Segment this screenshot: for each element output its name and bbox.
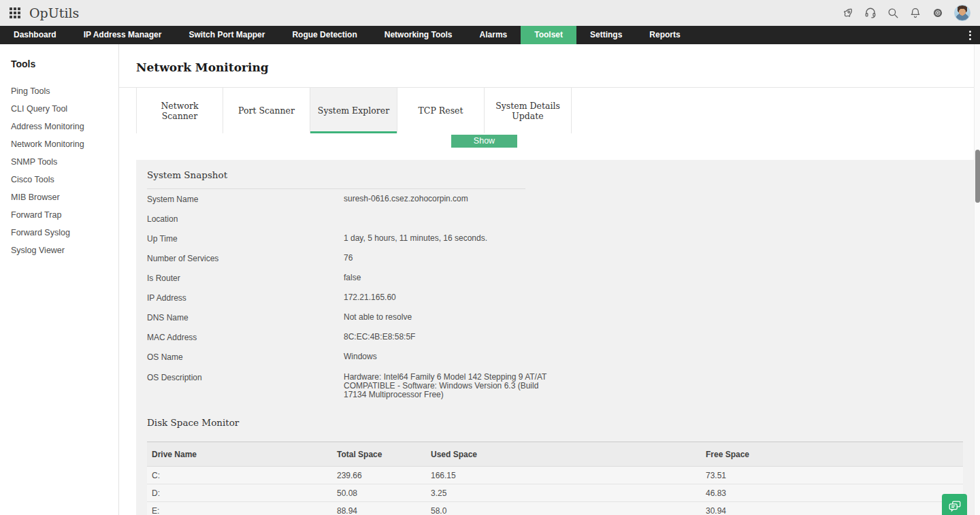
nav-item-switch-port-mapper[interactable]: Switch Port Mapper — [175, 26, 278, 44]
cell-free-space: 46.83 — [706, 488, 963, 498]
field-value: 1 day, 5 hours, 11 minutes, 16 seconds. — [344, 234, 487, 243]
results-panel: System Snapshot System Name suresh-0616.… — [136, 160, 974, 515]
field-value: 76 — [344, 254, 353, 263]
vertical-scrollbar-track[interactable] — [974, 44, 980, 515]
field-value: 172.21.165.60 — [344, 293, 396, 302]
nav-item-toolset[interactable]: Toolset — [521, 26, 576, 44]
snapshot-row-system-name: System Name suresh-0616.csez.zohocorpin.… — [147, 189, 963, 209]
snapshot-row-is-router: Is Router false — [147, 268, 963, 288]
cell-drive-name: E: — [147, 506, 337, 515]
field-label: Up Time — [147, 234, 344, 244]
feedback-chat-button[interactable] — [942, 494, 967, 515]
gear-icon[interactable] — [932, 7, 944, 19]
tab-system-details-update[interactable]: System Details Update — [485, 88, 572, 133]
sidebar-item-cli-query-tool[interactable]: CLI Query Tool — [11, 105, 118, 114]
field-value: 8C:EC:4B:E8:58:5F — [344, 333, 415, 342]
search-icon[interactable] — [887, 7, 899, 19]
cell-used-space: 166.15 — [431, 471, 706, 480]
tab-tcp-reset[interactable]: TCP Reset — [397, 88, 485, 133]
app-title: OpUtils — [29, 5, 79, 20]
bell-icon[interactable] — [909, 7, 921, 19]
field-value: Windows — [344, 352, 377, 361]
tab-system-explorer[interactable]: System Explorer — [310, 88, 397, 133]
cell-used-space: 3.25 — [431, 488, 706, 498]
rocket-icon[interactable] — [839, 4, 856, 21]
field-value: Not able to resolve — [344, 313, 412, 322]
system-snapshot-title: System Snapshot — [147, 164, 963, 188]
nav-item-reports[interactable]: Reports — [636, 26, 693, 44]
field-value: Hardware: Intel64 Family 6 Model 142 Ste… — [344, 373, 548, 399]
tab-network-scanner[interactable]: Network Scanner — [136, 88, 223, 133]
vertical-scrollbar-thumb[interactable] — [975, 150, 980, 203]
sidebar-title: Tools — [11, 59, 118, 69]
disk-space-table: Drive Name Total Space Used Space Free S… — [147, 442, 963, 515]
cell-total-space: 88.94 — [337, 506, 431, 515]
app-header: OpUtils — [0, 0, 980, 26]
show-row: Show — [119, 135, 980, 161]
sidebar-item-cisco-tools[interactable]: Cisco Tools — [11, 176, 118, 184]
cell-drive-name: C: — [147, 471, 337, 480]
nav-item-networking-tools[interactable]: Networking Tools — [371, 26, 466, 44]
snapshot-row-mac-address: MAC Address 8C:EC:4B:E8:58:5F — [147, 327, 963, 347]
snapshot-row-os-name: OS Name Windows — [147, 347, 963, 367]
nav-item-settings[interactable]: Settings — [576, 26, 636, 44]
sidebar-item-network-monitoring[interactable]: Network Monitoring — [11, 140, 118, 149]
nav-item-dashboard[interactable]: Dashboard — [0, 26, 70, 44]
sidebar-item-forward-trap[interactable]: Forward Trap — [11, 211, 118, 220]
snapshot-row-dns-name: DNS Name Not able to resolve — [147, 308, 963, 327]
field-label: OS Name — [147, 352, 344, 362]
sidebar-item-forward-syslog[interactable]: Forward Syslog — [11, 229, 118, 237]
field-label: OS Description — [147, 373, 344, 382]
show-button[interactable]: Show — [451, 135, 517, 148]
snapshot-row-os-description: OS Description Hardware: Intel64 Family … — [147, 367, 963, 403]
sidebar-item-ping-tools[interactable]: Ping Tools — [11, 87, 118, 96]
header-actions — [842, 5, 970, 21]
column-header-total-space[interactable]: Total Space — [337, 450, 431, 459]
field-value: false — [344, 273, 361, 282]
tab-port-scanner[interactable]: Port Scanner — [223, 88, 310, 133]
snapshot-row-location: Location — [147, 209, 963, 229]
nav-overflow-kebab-icon[interactable] — [960, 26, 980, 44]
column-header-used-space[interactable]: Used Space — [431, 450, 706, 459]
cell-free-space: 73.51 — [706, 471, 963, 480]
field-label: DNS Name — [147, 313, 344, 322]
main-nav: Dashboard IP Address Manager Switch Port… — [0, 26, 980, 44]
apps-grid-icon[interactable] — [10, 7, 20, 18]
cell-total-space: 50.08 — [337, 488, 431, 498]
field-label: Location — [147, 214, 344, 224]
nav-item-rogue-detection[interactable]: Rogue Detection — [278, 26, 370, 44]
page-title: Network Monitoring — [136, 61, 980, 74]
sidebar-item-mib-browser[interactable]: MIB Browser — [11, 193, 118, 202]
nav-item-ip-address-manager[interactable]: IP Address Manager — [70, 26, 176, 44]
sidebar-item-address-monitoring[interactable]: Address Monitoring — [11, 122, 118, 131]
tools-sidebar: Tools Ping Tools CLI Query Tool Address … — [0, 44, 119, 515]
user-avatar[interactable] — [954, 5, 970, 21]
sidebar-item-syslog-viewer[interactable]: Syslog Viewer — [11, 246, 118, 255]
table-row-drive-e: E: 88.94 58.0 30.94 — [147, 502, 963, 515]
cell-drive-name: D: — [147, 488, 337, 498]
disk-space-monitor-title: Disk Space Monitor — [147, 412, 963, 436]
field-label: System Name — [147, 195, 344, 204]
field-label: IP Address — [147, 293, 344, 303]
nav-item-alarms[interactable]: Alarms — [466, 26, 521, 44]
field-label: Is Router — [147, 273, 344, 283]
field-label: MAC Address — [147, 333, 344, 342]
snapshot-row-ip-address: IP Address 172.21.165.60 — [147, 288, 963, 308]
column-header-free-space[interactable]: Free Space — [706, 450, 963, 459]
tool-tabs: Network Scanner Port Scanner System Expl… — [119, 87, 980, 133]
column-header-drive-name[interactable]: Drive Name — [147, 450, 337, 459]
main-content: Network Monitoring Network Scanner Port … — [119, 44, 980, 515]
headset-icon[interactable] — [864, 7, 877, 19]
snapshot-row-number-of-services: Number of Services 76 — [147, 248, 963, 268]
field-label: Number of Services — [147, 254, 344, 263]
snapshot-row-up-time: Up Time 1 day, 5 hours, 11 minutes, 16 s… — [147, 229, 963, 248]
cell-free-space: 30.94 — [706, 506, 963, 515]
chat-bubbles-icon — [947, 499, 962, 514]
cell-used-space: 58.0 — [431, 506, 706, 515]
table-row-drive-d: D: 50.08 3.25 46.83 — [147, 484, 963, 502]
cell-total-space: 239.66 — [337, 471, 431, 480]
field-value: suresh-0616.csez.zohocorpin.com — [344, 195, 468, 203]
table-header-row: Drive Name Total Space Used Space Free S… — [147, 442, 963, 467]
table-row-drive-c: C: 239.66 166.15 73.51 — [147, 467, 963, 484]
sidebar-item-snmp-tools[interactable]: SNMP Tools — [11, 158, 118, 167]
